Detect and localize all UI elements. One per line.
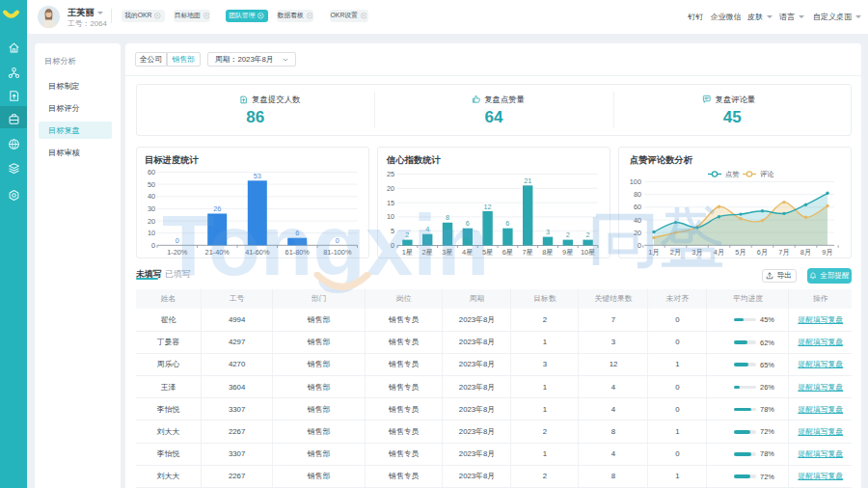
svg-text:8: 8 [446, 213, 449, 222]
svg-text:3星: 3星 [442, 248, 452, 257]
svg-text:点赞: 点赞 [725, 170, 740, 178]
svg-text:0: 0 [336, 236, 339, 245]
svg-text:0: 0 [151, 241, 155, 250]
svg-text:6: 6 [295, 229, 299, 237]
svg-text:21-40%: 21-40% [205, 248, 231, 257]
svg-text:20: 20 [387, 184, 394, 193]
svg-text:53: 53 [254, 172, 261, 180]
svg-text:26: 26 [213, 204, 221, 213]
svg-text:2星: 2星 [422, 248, 433, 257]
svg-text:9月: 9月 [822, 248, 832, 257]
svg-text:81-100%: 81-100% [323, 248, 352, 257]
svg-text:8月: 8月 [800, 248, 811, 257]
svg-text:6月: 6月 [757, 248, 768, 257]
svg-text:5: 5 [391, 227, 394, 235]
svg-text:评论: 评论 [760, 170, 774, 178]
svg-text:41-60%: 41-60% [245, 248, 270, 257]
svg-text:10: 10 [148, 229, 155, 237]
svg-text:7星: 7星 [523, 248, 533, 257]
svg-text:6星: 6星 [502, 248, 513, 257]
svg-text:10: 10 [387, 212, 394, 221]
svg-text:2: 2 [405, 230, 409, 239]
svg-text:3: 3 [546, 228, 550, 236]
svg-text:60: 60 [148, 168, 155, 176]
svg-text:7月: 7月 [778, 248, 789, 257]
svg-text:6: 6 [466, 219, 470, 228]
svg-text:2: 2 [586, 230, 590, 239]
svg-text:50: 50 [148, 180, 155, 189]
svg-text:5月: 5月 [735, 248, 746, 257]
svg-text:25: 25 [387, 170, 394, 178]
svg-text:61-80%: 61-80% [285, 248, 311, 257]
svg-text:80: 80 [634, 190, 641, 199]
svg-text:1星: 1星 [402, 248, 413, 257]
svg-text:30: 30 [148, 204, 155, 213]
svg-text:5星: 5星 [482, 248, 493, 257]
svg-text:8星: 8星 [542, 248, 553, 257]
svg-text:100: 100 [630, 177, 641, 186]
svg-text:6: 6 [505, 219, 509, 228]
svg-text:15: 15 [387, 199, 394, 207]
svg-text:20: 20 [148, 217, 155, 226]
svg-text:21: 21 [524, 176, 531, 185]
svg-text:12: 12 [484, 203, 492, 211]
svg-text:4: 4 [425, 225, 429, 233]
svg-text:4星: 4星 [462, 248, 473, 257]
svg-text:40: 40 [148, 192, 155, 201]
svg-text:2: 2 [566, 230, 570, 239]
svg-text:0: 0 [176, 236, 179, 245]
svg-text:0: 0 [391, 241, 394, 250]
svg-text:9星: 9星 [562, 248, 573, 257]
svg-text:1-20%: 1-20% [167, 248, 188, 257]
